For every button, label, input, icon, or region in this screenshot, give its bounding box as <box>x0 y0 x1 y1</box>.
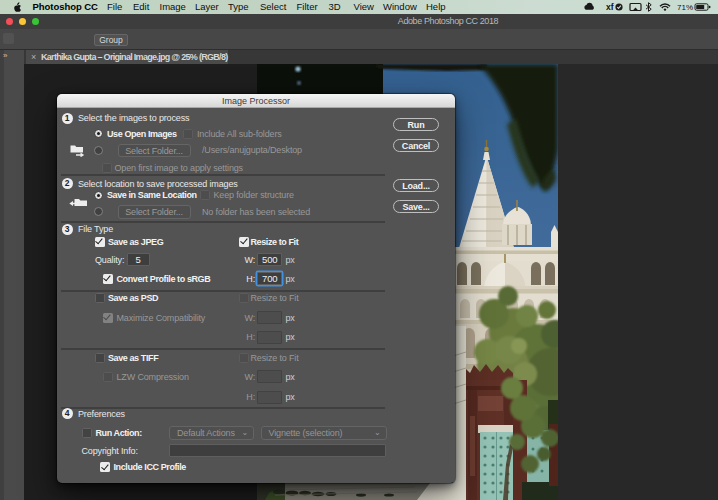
svg-text:71%: 71% <box>677 3 693 12</box>
svg-text:xf: xf <box>606 2 614 12</box>
